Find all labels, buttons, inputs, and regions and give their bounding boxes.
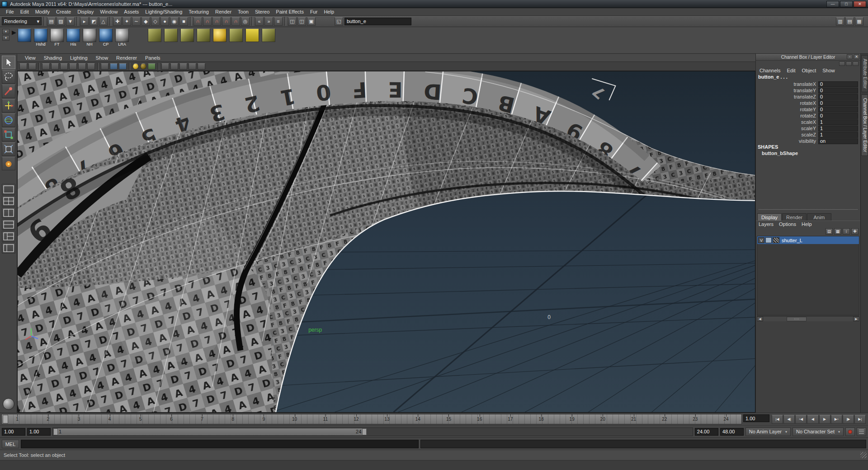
file-open-icon[interactable]: ▨ [57, 17, 65, 26]
channel-attribute-name[interactable]: scaleY [756, 126, 818, 131]
auto-keyframe-button[interactable] [845, 428, 855, 436]
layer-editor-tab[interactable]: Display [757, 213, 782, 221]
channel-box-option-icon[interactable] [839, 61, 845, 66]
channel-attribute-name[interactable]: scaleZ [756, 132, 818, 137]
sidebar-vertical-tab[interactable]: Attribute Editor [861, 55, 868, 92]
construction-history-icon[interactable]: ≡ [274, 17, 283, 26]
select-handles-icon[interactable]: ✚ [113, 17, 122, 26]
layer-row[interactable]: V shutter_L [757, 236, 859, 244]
snap-to-curves-icon[interactable]: ∩ [203, 17, 212, 26]
time-tick[interactable]: 17 [495, 414, 526, 424]
time-tick[interactable]: 6 [156, 414, 187, 424]
channel-box-option-icon[interactable] [846, 61, 852, 66]
render-settings-icon[interactable]: ▣ [307, 17, 316, 26]
shelf-popup-arrow-icon[interactable]: ▶ [12, 29, 16, 36]
safe-action-icon[interactable] [78, 63, 86, 70]
pane-divider[interactable] [759, 209, 858, 212]
textured-icon[interactable] [119, 63, 127, 70]
shelf-button[interactable] [130, 28, 146, 47]
snap-to-projected-center-icon[interactable]: ∩ [222, 17, 231, 26]
play-forwards-button[interactable]: ▶ [819, 415, 830, 424]
select-misc-icon[interactable]: ■ [179, 17, 188, 26]
time-tick[interactable]: 1 [2, 414, 33, 424]
camera-attributes-icon[interactable] [179, 63, 187, 70]
snap-to-points-icon[interactable]: ∩ [212, 17, 221, 26]
scrollbar-handle[interactable] [787, 317, 807, 321]
smooth-shade-icon[interactable] [110, 63, 118, 70]
channel-attribute-name[interactable]: translateY [756, 88, 818, 93]
lock-camera-icon[interactable] [28, 63, 36, 70]
time-tick[interactable]: 14 [402, 414, 433, 424]
menu-item[interactable]: Edit [17, 9, 32, 14]
time-tick[interactable]: 12 [341, 414, 372, 424]
resize-grip-icon[interactable] [860, 452, 867, 458]
playback-end-field[interactable] [695, 428, 718, 436]
shelf-button[interactable]: LRA [114, 28, 130, 47]
time-tick[interactable]: 18 [526, 414, 557, 424]
time-tick[interactable]: 24 [711, 414, 741, 424]
ipr-render-icon[interactable]: ◫ [297, 17, 306, 26]
lasso-tool[interactable] [2, 70, 15, 84]
viewport-3d-scene[interactable]: A 4 D 7 3 C 8 F [18, 71, 755, 412]
gate-mask-icon[interactable] [60, 63, 68, 70]
float-panel-button[interactable]: ▫ [847, 54, 853, 59]
time-tick[interactable]: 19 [557, 414, 587, 424]
shelf-button[interactable]: His [65, 28, 81, 47]
panel-menu-item[interactable]: Renderer [112, 55, 141, 61]
file-save-icon[interactable]: ▼ [66, 17, 75, 26]
channel-attribute-value-field[interactable]: 1 [818, 126, 858, 132]
channel-attribute-value-field[interactable]: 1 [818, 132, 858, 138]
universal-manipulator-tool[interactable] [2, 142, 15, 156]
shelf-button[interactable] [163, 28, 179, 47]
new-layer-from-selected-button[interactable]: ▦ [834, 228, 841, 235]
shape-node-name[interactable]: button_bShape [756, 150, 860, 157]
channel-attribute-value-field[interactable]: 0 [818, 100, 858, 106]
layer-editor-menu-item[interactable]: Options [779, 221, 796, 227]
layer-display-type-toggle[interactable] [765, 237, 772, 243]
layer-editor-menu-item[interactable]: Help [802, 221, 812, 227]
select-dynamics-icon[interactable]: ● [160, 17, 169, 26]
scroll-right-icon[interactable]: ▶ [853, 316, 859, 321]
panel-menu-item[interactable]: Show [92, 55, 113, 61]
select-curves-icon[interactable]: ∼ [132, 17, 141, 26]
menu-item[interactable]: Create [53, 9, 74, 14]
bookmarks-icon[interactable] [189, 63, 196, 70]
shelf-menu-button[interactable]: ▾ [2, 35, 9, 41]
scrollbar-track[interactable] [763, 317, 853, 321]
scale-tool[interactable] [2, 128, 15, 141]
shelf-tab-selector-button[interactable]: ▾ [2, 29, 9, 34]
channel-attribute-name[interactable]: rotateX [756, 100, 818, 106]
time-tick[interactable]: 8 [217, 414, 248, 424]
channel-attribute-value-field[interactable]: 1 [818, 119, 858, 125]
scroll-left-icon[interactable]: ◀ [757, 316, 763, 321]
select-rendering-icon[interactable]: ◉ [170, 17, 179, 26]
menu-set-dropdown[interactable]: Rendering ▾ [2, 17, 42, 25]
playback-range-bar[interactable]: 1 24 [53, 428, 367, 435]
menu-item[interactable]: Help [321, 9, 337, 14]
command-line-input[interactable] [21, 440, 419, 448]
toggle-attribute-editor-icon[interactable]: ▥ [836, 17, 844, 26]
shelf-button[interactable]: NH [81, 28, 98, 47]
channel-attribute-name[interactable]: translateX [756, 81, 818, 87]
layer-name[interactable]: shutter_L [780, 238, 802, 243]
channel-attribute-name[interactable]: scaleX [756, 119, 818, 125]
range-slider-track[interactable]: 1 24 [52, 428, 693, 436]
layer-list[interactable]: V shutter_L [757, 236, 859, 315]
time-slider[interactable]: 123456789101112131415161718192021222324 [1, 414, 742, 424]
shelf-button[interactable] [244, 28, 260, 47]
two-pane-side-layout-button[interactable] [2, 207, 15, 218]
time-tick[interactable]: 10 [279, 414, 310, 424]
four-pane-layout-button[interactable] [2, 196, 15, 207]
shelf-button[interactable]: CP [98, 28, 114, 47]
channel-attribute-name[interactable]: rotateZ [756, 113, 818, 118]
animation-start-field[interactable] [2, 428, 25, 436]
menu-item[interactable]: Render [212, 9, 235, 14]
time-tick[interactable]: 20 [587, 414, 618, 424]
channel-attribute-value-field[interactable]: 0 [818, 107, 858, 113]
channel-attribute-name[interactable]: visibility [756, 138, 818, 144]
playback-start-field[interactable] [27, 428, 51, 436]
move-tool[interactable] [2, 99, 15, 113]
play-backwards-button[interactable]: ◀ [807, 415, 818, 424]
shelf-button[interactable] [195, 28, 212, 47]
close-panel-button[interactable]: ✕ [854, 54, 859, 59]
